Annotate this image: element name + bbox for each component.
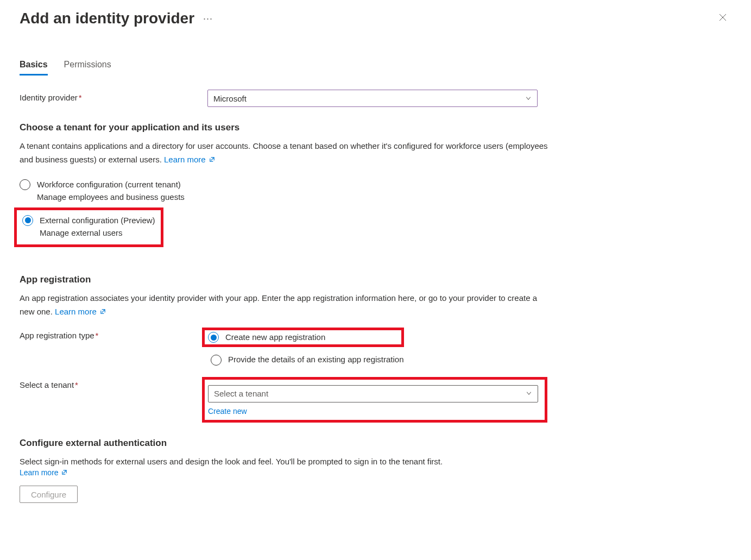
tab-permissions[interactable]: Permissions [64, 60, 111, 75]
external-link-icon [61, 468, 67, 477]
configure-button[interactable]: Configure [20, 486, 78, 503]
radio-icon [22, 215, 33, 226]
radio-icon [20, 179, 30, 190]
app-reg-type-field: App registration type* Create new app re… [20, 328, 731, 366]
tenant-section-desc: A tenant contains applications and a dir… [20, 140, 552, 167]
tenant-section-heading: Choose a tenant for your application and… [20, 122, 731, 133]
select-tenant-label: Select a tenant* [20, 377, 207, 389]
identity-provider-label: Identity provider* [20, 90, 207, 102]
identity-provider-dropdown[interactable]: Microsoft [207, 90, 538, 107]
external-link-icon [209, 153, 215, 167]
external-auth-heading: Configure external authentication [20, 438, 731, 449]
tenant-external-option[interactable]: External configuration (Preview) Manage … [22, 213, 155, 241]
workforce-sub: Manage employees and business guests [37, 191, 185, 204]
tenant-workforce-option[interactable]: Workforce configuration (current tenant)… [20, 175, 731, 207]
external-auth-learn-more-link[interactable]: Learn more [20, 468, 67, 477]
app-reg-desc: An app registration associates your iden… [20, 292, 552, 319]
select-tenant-dropdown[interactable]: Select a tenant [208, 385, 538, 402]
select-tenant-placeholder: Select a tenant [214, 389, 268, 398]
select-tenant-field: Select a tenant* Select a tenant Create … [20, 377, 731, 423]
tenant-learn-more-link[interactable]: Learn more [164, 155, 215, 164]
existing-reg-label: Provide the details of an existing app r… [228, 354, 404, 366]
tab-bar: Basics Permissions [20, 60, 731, 75]
create-reg-label: Create new app registration [225, 331, 325, 344]
radio-icon [208, 332, 219, 343]
chevron-down-icon [525, 94, 532, 103]
highlight-external-option: External configuration (Preview) Manage … [14, 207, 163, 247]
tab-basics[interactable]: Basics [20, 60, 48, 75]
external-sub: Manage external users [40, 226, 155, 240]
identity-provider-field: Identity provider* Microsoft [20, 90, 731, 107]
tenant-type-radio-group: Workforce configuration (current tenant)… [20, 175, 731, 248]
identity-provider-value: Microsoft [213, 94, 247, 103]
more-menu-icon[interactable]: ··· [203, 13, 213, 24]
panel-header: Add an identity provider ··· [20, 10, 731, 27]
app-reg-create-option[interactable]: Create new app registration [208, 331, 325, 344]
external-link-icon [100, 305, 106, 319]
chevron-down-icon [526, 389, 532, 398]
highlight-select-tenant: Select a tenant Create new [202, 377, 547, 423]
close-icon[interactable] [714, 11, 731, 27]
radio-icon [211, 355, 222, 366]
external-title: External configuration (Preview) [40, 215, 155, 227]
highlight-create-new-reg: Create new app registration [202, 328, 404, 348]
workforce-title: Workforce configuration (current tenant) [37, 179, 185, 191]
create-new-tenant-link[interactable]: Create new [208, 407, 538, 416]
page-title: Add an identity provider [20, 10, 194, 27]
app-reg-type-label: App registration type* [20, 328, 207, 340]
app-reg-heading: App registration [20, 274, 731, 285]
app-reg-learn-more-link[interactable]: Learn more [55, 307, 106, 316]
app-reg-existing-option[interactable]: Provide the details of an existing app r… [211, 354, 404, 366]
external-auth-desc: Select sign-in methods for external user… [20, 455, 552, 469]
